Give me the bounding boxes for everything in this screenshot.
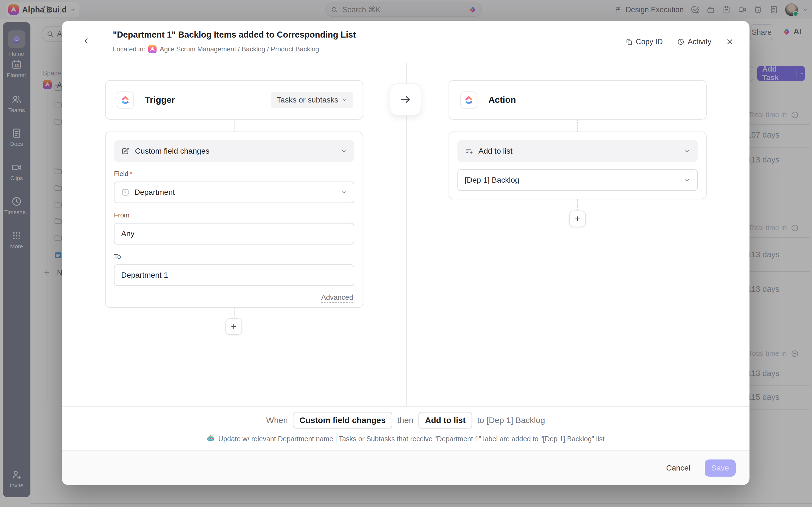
connector-line [234,120,235,131]
chevron-left-icon [82,37,91,45]
dropdown-field-icon [121,188,130,196]
save-button[interactable]: Save [705,459,736,476]
trigger-card: Trigger Tasks or subtasks [105,80,363,120]
connector-line [577,199,578,211]
connector-line [577,120,578,131]
clickup-logo-icon [120,95,130,105]
modal-footer: Cancel Save [62,450,750,485]
clickup-logo-icon [464,95,473,105]
back-button[interactable] [80,34,93,48]
list-plus-icon [465,147,473,155]
breadcrumb[interactable]: Agile Scrum Management / Backlog / Produ… [160,45,319,53]
action-config-card: Add to list [Dep 1] Backlog [449,131,707,199]
trigger-config-card: Custom field changes Field* Department F… [105,131,363,308]
modal-header-actions: Copy ID Activity [625,21,734,63]
trigger-type-dropdown[interactable]: Custom field changes [114,140,354,162]
connector-line [234,308,235,318]
plus-icon [574,215,581,222]
required-mark: * [130,170,132,177]
summary-action-pill[interactable]: Add to list [418,412,472,429]
from-input[interactable]: Any [114,223,354,244]
action-card: Action [449,80,707,120]
summary-target: to [Dep 1] Backlog [477,415,545,425]
clickup-logo-tile [460,92,477,109]
summary-then: then [397,415,413,425]
summary-trigger-pill[interactable]: Custom field changes [293,412,393,429]
automation-description: Update w/ relevant Department name | Tas… [207,435,604,443]
history-icon [677,38,684,46]
field-select[interactable]: Department [114,181,354,203]
chevron-down-icon [341,148,347,155]
clickup-logo-tile [117,92,134,109]
description-text: Update w/ relevant Department name | Tas… [218,435,604,443]
to-label: To [114,253,354,261]
screen: Alpha Build Design Execution Home [0,0,812,507]
arrow-right-icon [399,93,412,106]
copy-id-button[interactable]: Copy ID [625,38,663,46]
automation-title: "Department 1" Backlog Items added to Co… [113,30,356,40]
field-label: Field* [114,170,354,178]
space-avatar [148,45,157,53]
plus-icon [230,323,237,330]
add-action-button[interactable] [569,211,586,227]
chevron-down-icon [341,189,347,195]
advanced-link[interactable]: Advanced [321,293,353,303]
add-trigger-step-button[interactable] [225,318,242,335]
edit-field-icon [121,147,130,155]
summary-sentence: When Custom field changes then Add to li… [266,412,545,429]
located-in-label: Located in: [113,45,145,53]
trigger-heading: Trigger [145,95,175,105]
located-in-row: Located in: Agile Scrum Management / Bac… [113,45,319,53]
close-icon[interactable] [726,38,734,46]
automation-modal: "Department 1" Backlog Items added to Co… [62,21,750,485]
summary-when: When [266,415,288,425]
trigger-action-arrow [390,83,421,115]
automation-summary: When Custom field changes then Add to li… [62,406,750,450]
to-input[interactable]: Department 1 [114,265,354,286]
action-type-dropdown[interactable]: Add to list [457,140,698,162]
cancel-button[interactable]: Cancel [666,464,690,472]
action-heading: Action [489,95,516,105]
automation-canvas: Trigger Tasks or subtasks Custom field c… [62,63,750,406]
chevron-down-icon [684,148,691,155]
trigger-scope-dropdown[interactable]: Tasks or subtasks [271,92,353,108]
from-label: From [114,211,354,219]
activity-button[interactable]: Activity [677,38,711,46]
chevron-down-icon [684,177,691,183]
target-list-select[interactable]: [Dep 1] Backlog [457,169,698,191]
chevron-down-icon [342,97,348,103]
modal-header: "Department 1" Backlog Items added to Co… [62,21,750,63]
copy-icon [625,38,633,46]
robot-emoji-icon [207,435,215,443]
